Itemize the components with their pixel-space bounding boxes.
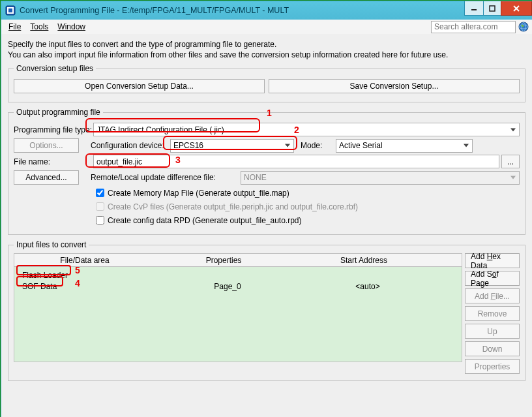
input-files-legend: Input files to convert	[14, 240, 89, 249]
create-cvp-checkbox: Create CvP files (Generate output_file.p…	[93, 200, 520, 213]
rldiff-combo: NONE	[241, 171, 520, 185]
annotation-num-1: 1	[267, 108, 272, 118]
close-button[interactable]	[501, 1, 532, 16]
rldiff-value: NONE	[244, 173, 267, 182]
cell-start: <auto>	[296, 282, 439, 291]
menu-file[interactable]: File	[4, 21, 25, 33]
chevron-down-icon	[510, 128, 516, 131]
remove-button: Remove	[465, 306, 520, 321]
chevron-down-icon	[285, 144, 290, 147]
conversion-setup-legend: Conversion setup files	[14, 64, 96, 73]
chevron-down-icon	[464, 144, 469, 147]
chevron-down-icon	[510, 176, 516, 179]
globe-icon[interactable]	[518, 21, 529, 33]
save-conversion-button[interactable]: Save Conversion Setup...	[269, 79, 520, 93]
programming-type-label: Programming file type:	[14, 125, 93, 134]
table-row[interactable]: SOF Data Page_0 <auto>	[18, 281, 458, 292]
search-input[interactable]	[432, 22, 515, 31]
menu-tools[interactable]: Tools	[25, 21, 53, 33]
intro-text: Specify the input files to convert and t…	[8, 39, 525, 60]
mode-label: Mode:	[301, 141, 336, 150]
table-header: File/Data area Properties Start Address	[14, 254, 462, 267]
create-cvp-input	[96, 202, 104, 211]
open-conversion-button[interactable]: Open Conversion Setup Data...	[14, 79, 265, 93]
rldiff-label: Remote/Local update difference file:	[91, 173, 241, 182]
mode-combo[interactable]: Active Serial	[336, 139, 473, 153]
file-name-label: File name:	[14, 157, 93, 166]
properties-button: Properties	[465, 359, 520, 374]
browse-button[interactable]: ...	[501, 155, 520, 168]
svg-rect-2	[8, 8, 12, 12]
options-button: Options...	[14, 138, 79, 153]
output-group: Output programming file Programming file…	[8, 108, 525, 235]
mode-value: Active Serial	[339, 141, 383, 150]
svg-point-7	[519, 22, 528, 31]
col-startaddr: Start Address	[292, 256, 436, 265]
app-icon	[5, 5, 16, 16]
add-file-button: Add File...	[465, 288, 520, 303]
input-files-group: Input files to convert File/Data area Pr…	[8, 240, 525, 381]
create-rpd-checkbox[interactable]: Create config data RPD (Generate output_…	[93, 214, 520, 226]
add-sof-button[interactable]: Add Sof Page	[465, 271, 520, 286]
programming-type-combo[interactable]: JTAG Indirect Configuration File (.jic)	[93, 123, 520, 136]
config-device-label: Configuration device:	[91, 141, 170, 150]
cell-filedata: Flash Loader	[18, 271, 159, 280]
create-rpd-input[interactable]	[96, 216, 104, 224]
search-box[interactable]	[431, 21, 516, 33]
output-legend: Output programming file	[14, 108, 103, 117]
window-title: Convert Programming File - E:/temp/FPGA/…	[20, 6, 465, 15]
cell-props: Page_0	[159, 282, 296, 291]
add-hex-button[interactable]: Add Hex Data	[465, 253, 520, 268]
menu-window[interactable]: Window	[53, 21, 90, 33]
minimize-button[interactable]	[464, 1, 484, 16]
maximize-button[interactable]	[483, 1, 501, 16]
conversion-setup-group: Conversion setup files Open Conversion S…	[8, 64, 525, 102]
col-filedata: File/Data area	[14, 256, 155, 265]
down-button: Down	[465, 341, 520, 356]
col-properties: Properties	[155, 256, 292, 265]
table-row[interactable]: Flash Loader	[18, 270, 458, 281]
create-map-checkbox[interactable]: Create Memory Map File (Generate output_…	[93, 187, 520, 199]
svg-rect-4	[490, 6, 495, 11]
config-device-value: EPCS16	[173, 141, 203, 150]
cell-filedata: SOF Data	[18, 282, 159, 291]
programming-type-value: JTAG Indirect Configuration File (.jic)	[96, 125, 224, 134]
advanced-button[interactable]: Advanced...	[14, 170, 79, 185]
config-device-combo[interactable]: EPCS16	[170, 139, 294, 153]
create-map-input[interactable]	[96, 189, 104, 197]
file-name-input[interactable]: output_file.jic	[93, 155, 499, 168]
up-button: Up	[465, 324, 520, 339]
